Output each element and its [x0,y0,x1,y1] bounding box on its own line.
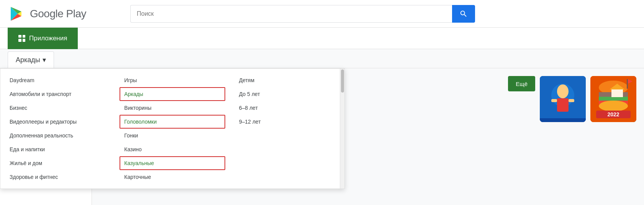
dropdown-item-food[interactable]: Еда и напитки [5,142,110,156]
header: Google Play [0,0,644,28]
arcade-tab-label: Аркады [16,56,40,64]
svg-rect-5 [551,99,557,102]
arcade-dropdown-arrow: ▾ [43,56,46,64]
apps-grid-icon [18,35,25,42]
game-image-1 [540,76,586,122]
game-thumbnail-2[interactable]: 2022 [590,76,636,122]
svg-point-3 [557,84,569,98]
google-play-logo-icon [8,5,26,23]
dropdown-col-1: Daydream Автомобили и транспорт Бизнес В… [0,73,115,184]
dropdown-scrollbar-thumb [341,69,344,93]
logo-area: Google Play [8,5,123,23]
dropdown-item-ar[interactable]: Дополненная реальность [5,129,110,142]
dropdown-item-6to8[interactable]: 6–8 лет [234,101,340,115]
main-area: ‹ Мои приложения Play Маркет Игры Детям … [0,68,644,205]
dropdown-item-casino[interactable]: Казино [120,142,225,156]
arcade-tab-area: Аркады ▾ [0,49,644,68]
apps-nav-button[interactable]: Приложения [8,28,78,49]
svg-rect-13 [599,97,628,101]
dropdown-item-cards[interactable]: Карточные [120,170,225,184]
svg-rect-6 [569,99,574,102]
logo-text: Google Play [30,8,86,20]
game-thumbnail-1[interactable] [540,76,586,122]
game-image-2: 2022 [590,76,636,122]
dropdown-item-daydream[interactable]: Daydream [5,73,110,87]
dropdown-item-casual[interactable]: Казуальные [120,156,225,170]
svg-text:2022: 2022 [607,111,619,117]
dropdown-item-9to12[interactable]: 9–12 лет [234,115,340,129]
dropdown-item-video[interactable]: Видеоплееры и редакторы [5,115,110,129]
search-input[interactable] [130,5,452,23]
dropdown-item-health[interactable]: Здоровье и фитнес [5,170,110,184]
encore-button[interactable]: Ещё [508,76,535,91]
dropdown-item-home[interactable]: Жильё и дом [5,156,110,170]
svg-rect-20 [627,79,628,89]
dropdown-item-arcade[interactable]: Аркады [120,87,225,101]
svg-point-15 [599,101,628,111]
dropdown-scrollbar[interactable] [340,69,344,188]
dropdown-item-racing[interactable]: Гонки [120,129,225,142]
dropdown-item-games[interactable]: Игры [120,73,225,87]
nav-bar: Приложения [0,28,644,49]
svg-rect-9 [540,118,586,122]
apps-nav-label: Приложения [29,35,67,42]
search-area [130,5,475,23]
search-button[interactable] [452,5,475,23]
dropdown-col-2: Игры Аркады Викторины Головоломки Гонки … [115,73,229,184]
arcade-tab[interactable]: Аркады ▾ [8,51,54,68]
dropdown-item-business[interactable]: Бизнес [5,101,110,115]
dropdown-item-cars[interactable]: Автомобили и транспорт [5,87,110,101]
svg-rect-19 [611,89,623,97]
svg-rect-4 [557,98,569,112]
search-icon [459,10,468,18]
dropdown-item-under5[interactable]: До 5 лет [234,87,340,101]
dropdown-item-puzzles[interactable]: Головоломки [120,115,225,129]
dropdown-col-3: Детям До 5 лет 6–8 лет 9–12 лет [230,73,344,184]
dropdown-item-quiz[interactable]: Викторины [120,101,225,115]
dropdown-inner: Daydream Автомобили и транспорт Бизнес В… [0,69,344,188]
dropdown-item-children[interactable]: Детям [234,73,340,87]
dropdown-menu: Daydream Автомобили и транспорт Бизнес В… [0,68,345,189]
